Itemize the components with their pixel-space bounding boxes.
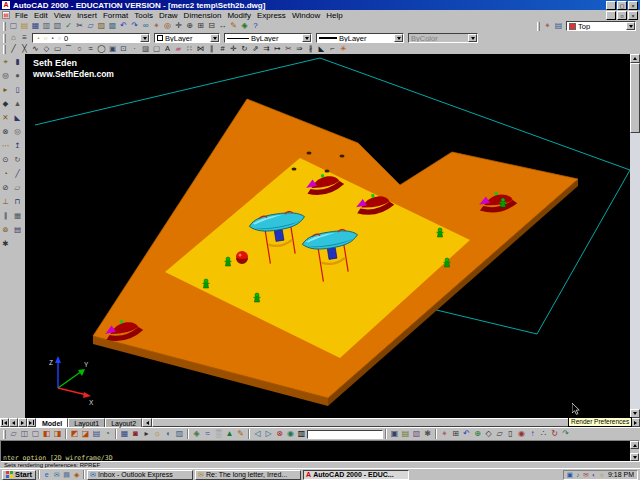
channels-icon[interactable]: ◈ <box>72 471 81 479</box>
background-icon[interactable]: ≈ <box>202 428 213 440</box>
lineweight-combo[interactable]: ByLayer <box>316 33 404 43</box>
gouraud-shaded-edges-on-icon[interactable]: ◪ <box>80 428 91 440</box>
taskbar-task[interactable]: ✉Inbox - Outlook Express <box>87 470 193 480</box>
world-ucs-icon[interactable]: ⊕ <box>472 428 483 440</box>
tab-first-button[interactable] <box>0 418 9 427</box>
layers-icon[interactable]: ≡ <box>19 33 30 44</box>
temporary-tracking-icon[interactable]: ⌖ <box>151 21 162 32</box>
maximize-button[interactable]: □ <box>617 1 627 10</box>
3d-orbit-icon[interactable]: ◔ <box>102 428 113 440</box>
snap-midpoint-icon[interactable]: ◆ <box>0 97 11 111</box>
linetype-combo[interactable]: ByLayer <box>224 33 312 43</box>
polyline-icon[interactable]: ∿ <box>30 44 41 54</box>
help-icon[interactable]: ? <box>250 21 261 32</box>
section-icon[interactable]: ▱ <box>12 181 23 195</box>
horizontal-scroll-thumb[interactable] <box>152 418 604 427</box>
3d-wireframe-icon[interactable]: ◫ <box>19 428 30 440</box>
outlook-express-icon[interactable]: ✉ <box>52 471 61 479</box>
external-reference-icon[interactable]: ▤ <box>400 428 411 440</box>
web-address-field[interactable] <box>307 430 383 439</box>
hatch-icon[interactable]: ▨ <box>140 44 151 54</box>
menu-item[interactable]: File <box>12 11 31 20</box>
ellipse-icon[interactable]: ◯ <box>96 44 107 54</box>
command-window[interactable]: nter option [2D wireframe/3D wireframe/H… <box>0 440 640 462</box>
red-sphere[interactable] <box>236 251 248 264</box>
paste-icon[interactable]: ▨ <box>96 21 107 32</box>
face-ucs-icon[interactable]: ▱ <box>494 428 505 440</box>
render-preferences-icon[interactable]: ✱ <box>422 428 433 440</box>
scenes-icon[interactable]: ▸ <box>141 428 152 440</box>
snap-apparent-intersection-icon[interactable]: ⊗ <box>0 125 11 139</box>
scale-icon[interactable]: ⇗ <box>250 44 261 54</box>
materials-library-icon[interactable]: ▨ <box>174 428 185 440</box>
web-browse-icon[interactable]: ◉ <box>285 428 296 440</box>
extrude-icon[interactable]: ↥ <box>12 139 23 153</box>
tab-previous-button[interactable] <box>9 418 18 427</box>
make-object-layer-current-icon[interactable]: ⌂ <box>8 33 19 44</box>
copy-object-icon[interactable]: ∷ <box>184 44 195 54</box>
array-icon[interactable]: # <box>217 44 228 54</box>
break-icon[interactable]: ∦ <box>305 44 316 54</box>
snap-intersection-icon[interactable]: ✕ <box>0 111 11 125</box>
mapping-icon[interactable]: ◈ <box>191 428 202 440</box>
snap-from-icon[interactable]: ◎ <box>0 69 11 83</box>
menu-item[interactable]: Dimension <box>181 11 225 20</box>
z-axis-vector-ucs-icon[interactable]: ↑ <box>527 428 538 440</box>
stretch-icon[interactable]: ⇉ <box>261 44 272 54</box>
spline-icon[interactable]: ≈ <box>85 44 96 54</box>
landscape-edit-icon[interactable]: ✎ <box>235 428 246 440</box>
redraw-icon[interactable]: ✎ <box>228 21 239 32</box>
snap-tangent-icon[interactable]: ⊘ <box>0 181 11 195</box>
construction-line-icon[interactable]: ╳ <box>19 44 30 54</box>
hide-icon[interactable]: ▦ <box>119 428 130 440</box>
materials-icon[interactable]: ◐ <box>163 428 174 440</box>
layout-tab[interactable]: Model <box>36 418 68 427</box>
toolbar-grip[interactable] <box>3 22 6 31</box>
chevron-down-icon[interactable] <box>626 22 635 30</box>
show-desktop-icon[interactable]: ▤ <box>62 471 71 479</box>
landscape-new-icon[interactable]: ▲ <box>224 428 235 440</box>
doc-restore-button[interactable]: ▫ <box>617 11 627 20</box>
copy-icon[interactable]: ▱ <box>85 21 96 32</box>
drawing-canvas[interactable]: Z Y X Seth Eden www.SethEden.com <box>25 54 630 418</box>
start-button[interactable]: Start <box>2 470 36 480</box>
tray-scheduler-icon[interactable]: ◐ <box>590 471 598 478</box>
lengthen-icon[interactable]: ↦ <box>272 44 283 54</box>
layout-tab[interactable]: Layout1 <box>68 418 105 427</box>
command-history[interactable]: nter option [2D wireframe/3D wireframe/H… <box>1 441 630 461</box>
snap-parallel-icon[interactable]: ∥ <box>0 209 11 223</box>
scroll-down-icon[interactable] <box>630 453 639 461</box>
minimize-button[interactable]: _ <box>606 1 616 10</box>
snap-node-icon[interactable]: ⊚ <box>0 223 11 237</box>
distance-icon[interactable]: ↔ <box>217 21 228 32</box>
arc-icon[interactable]: ⌒ <box>63 44 74 54</box>
fog-icon[interactable]: ▒ <box>213 428 224 440</box>
horizontal-scrollbar[interactable] <box>142 418 640 427</box>
new-icon[interactable]: ▢ <box>8 21 19 32</box>
internet-explorer-icon[interactable]: e <box>42 471 51 479</box>
interfere-icon[interactable]: ⊓ <box>12 195 23 209</box>
toolbar-grip[interactable] <box>3 34 6 43</box>
menu-item[interactable]: Window <box>289 11 323 20</box>
view-ucs-icon[interactable]: ▯ <box>505 428 516 440</box>
vertical-scrollbar[interactable] <box>630 54 640 418</box>
open-icon[interactable]: ▤ <box>19 21 30 32</box>
named-views-icon[interactable]: ▤ <box>553 21 564 32</box>
fillet-icon[interactable]: ⌐ <box>327 44 338 54</box>
origin-ucs-icon[interactable]: ◉ <box>516 428 527 440</box>
scroll-up-icon[interactable] <box>630 441 639 449</box>
toolbar-grip[interactable] <box>3 45 6 54</box>
snap-extension-icon[interactable]: ⋯ <box>0 139 11 153</box>
web-back-icon[interactable]: ◁ <box>252 428 263 440</box>
layer-combo[interactable]: •☼▪■ 0 <box>32 33 150 43</box>
menu-item[interactable]: Help <box>323 11 345 20</box>
named-views-icon[interactable]: ▤ <box>91 428 102 440</box>
command-scrollbar[interactable] <box>630 441 639 461</box>
chamfer-icon[interactable]: ◣ <box>316 44 327 54</box>
snap-center-icon[interactable]: ⊙ <box>0 153 11 167</box>
vertical-scroll-track[interactable] <box>630 63 640 409</box>
menu-item[interactable]: Insert <box>74 11 100 20</box>
gouraud-shaded-icon[interactable]: ◨ <box>52 428 63 440</box>
solids-cylinder-icon[interactable]: ▯ <box>12 83 23 97</box>
layout-tab[interactable]: Layout2 <box>105 418 142 427</box>
